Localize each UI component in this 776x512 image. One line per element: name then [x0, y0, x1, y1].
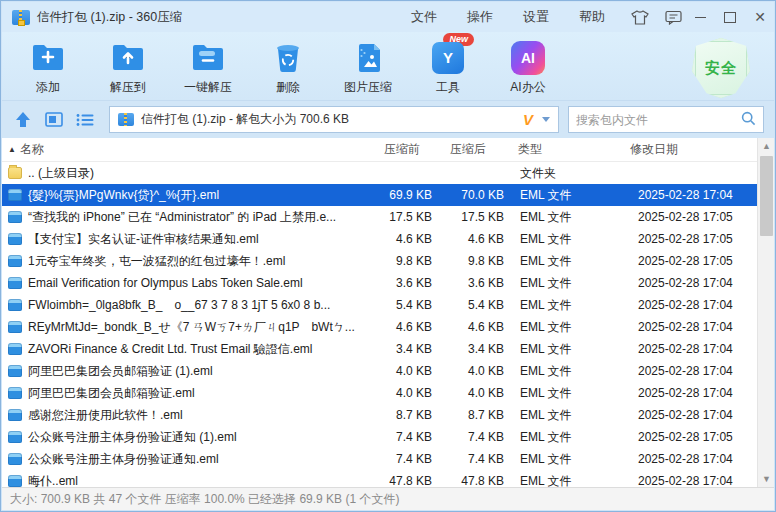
- address-bar: 信件打包 (1).zip - 解包大小为 700.6 KB V: [2, 100, 774, 138]
- modified-date: 2025-02-28 17:04: [626, 474, 757, 487]
- modified-date: 2025-02-28 17:04: [626, 386, 757, 400]
- trash-icon: [274, 39, 302, 76]
- size-after: 7.4 KB: [446, 430, 514, 444]
- ai-icon: AI: [511, 39, 545, 76]
- scrollbar-thumb[interactable]: [760, 156, 773, 236]
- menu-settings[interactable]: 设置: [523, 8, 549, 26]
- delete-button[interactable]: 删除: [248, 36, 328, 96]
- zip-file-icon: [118, 113, 134, 126]
- folder-icon: [8, 167, 22, 179]
- file-name: 1元夺宝年终奖，屯一波猛烈的红包过壕年！.eml: [28, 253, 285, 270]
- vertical-scrollbar[interactable]: ▲ ▼: [757, 138, 774, 487]
- theme-skin-icon[interactable]: [631, 10, 649, 25]
- table-row[interactable]: 1元夺宝年终奖，屯一波猛烈的红包过壕年！.eml 9.8 KB 9.8 KB E…: [2, 250, 757, 272]
- table-row[interactable]: {髮}%{票}MPgWnkv{贷}^_%{开}.eml 69.9 KB 70.0…: [2, 184, 757, 206]
- mail-icon: [8, 299, 22, 311]
- table-row[interactable]: 阿里巴巴集团会员邮箱验证 (1).eml 4.0 KB 4.0 KB EML 文…: [2, 360, 757, 382]
- size-after: 3.6 KB: [446, 276, 514, 290]
- one-click-extract-button[interactable]: 一键解压: [168, 36, 248, 96]
- extract-to-button[interactable]: 解压到: [88, 36, 168, 96]
- file-type: EML 文件: [514, 253, 626, 270]
- modified-date: 2025-02-28 17:05: [626, 210, 757, 224]
- size-before: 3.6 KB: [380, 276, 446, 290]
- archive-path-text: 信件打包 (1).zip - 解包大小为 700.6 KB: [141, 111, 516, 128]
- file-type: EML 文件: [514, 363, 626, 380]
- file-type: EML 文件: [514, 319, 626, 336]
- mail-icon: [8, 343, 22, 355]
- mail-icon: [8, 387, 22, 399]
- ai-office-button[interactable]: AI AI办公: [488, 36, 568, 96]
- menu-help[interactable]: 帮助: [579, 8, 605, 26]
- column-header-date[interactable]: 修改日期: [626, 141, 757, 158]
- list-view-icon[interactable]: [74, 109, 96, 131]
- table-row[interactable]: “查找我的 iPhone” 已在 “Administrator” 的 iPad …: [2, 206, 757, 228]
- maximize-button[interactable]: [722, 9, 738, 25]
- modified-date: 2025-02-28 17:04: [626, 342, 757, 356]
- size-before: 47.8 KB: [380, 474, 446, 487]
- tools-button[interactable]: New 工具: [408, 36, 488, 96]
- search-icon[interactable]: [741, 111, 756, 129]
- table-row[interactable]: 公众账号注册主体身份验证通知 (1).eml 7.4 KB 7.4 KB EML…: [2, 426, 757, 448]
- size-after: 70.0 KB: [446, 188, 514, 202]
- scroll-up-icon[interactable]: ▲: [758, 138, 774, 154]
- table-row[interactable]: 阿里巴巴集团会员邮箱验证.eml 4.0 KB 4.0 KB EML 文件 20…: [2, 382, 757, 404]
- archive-path-combobox[interactable]: 信件打包 (1).zip - 解包大小为 700.6 KB V: [109, 106, 559, 133]
- modified-date: 2025-02-28 17:04: [626, 320, 757, 334]
- table-row[interactable]: FWloimbh=_0lga8bfk_B_ o__67 3 7 8 3 1jT …: [2, 294, 757, 316]
- file-name: 阿里巴巴集团会员邮箱验证.eml: [28, 385, 195, 402]
- table-row[interactable]: 【支付宝】实名认证-证件审核结果通知.eml 4.6 KB 4.6 KB EML…: [2, 228, 757, 250]
- column-header-size-after[interactable]: 压缩后: [446, 141, 514, 158]
- image-compress-button[interactable]: 图片压缩: [328, 36, 408, 96]
- table-row[interactable]: .. (上级目录) 文件夹: [2, 162, 757, 184]
- app-window: 信件打包 (1).zip - 360压缩 文件 操作 设置 帮助: [0, 0, 776, 512]
- table-header: ▲ 名称 压缩前 压缩后 类型 修改日期: [2, 138, 757, 162]
- column-header-size-before[interactable]: 压缩前: [380, 141, 446, 158]
- modified-date: 2025-02-28 17:05: [626, 232, 757, 246]
- modified-date: 2025-02-28 17:04: [626, 188, 757, 202]
- mail-icon: [8, 189, 22, 201]
- mail-icon: [8, 431, 22, 443]
- view-mode-icon[interactable]: [43, 109, 65, 131]
- folder-add-icon: [31, 39, 65, 76]
- scroll-down-icon[interactable]: ▼: [758, 471, 774, 487]
- file-name: Email Verification for Olympus Labs Toke…: [28, 276, 303, 290]
- size-after: 5.4 KB: [446, 298, 514, 312]
- file-type: EML 文件: [514, 297, 626, 314]
- mail-icon: [8, 233, 22, 245]
- size-after: 3.4 KB: [446, 342, 514, 356]
- safety-shield-badge[interactable]: 安全: [692, 38, 750, 98]
- size-after: 47.8 KB: [446, 474, 514, 487]
- menu-file[interactable]: 文件: [411, 8, 437, 26]
- vip-mark[interactable]: V: [523, 111, 533, 128]
- size-before: 4.0 KB: [380, 386, 446, 400]
- safety-label: 安全: [705, 59, 737, 78]
- size-after: 17.5 KB: [446, 210, 514, 224]
- menu-operation[interactable]: 操作: [467, 8, 493, 26]
- file-name: 感谢您注册使用此软件！.eml: [28, 407, 183, 424]
- close-button[interactable]: ✕: [752, 9, 768, 25]
- table-row[interactable]: 感谢您注册使用此软件！.eml 8.7 KB 8.7 KB EML 文件 202…: [2, 404, 757, 426]
- feedback-icon[interactable]: [665, 10, 682, 25]
- size-before: 3.4 KB: [380, 342, 446, 356]
- column-header-type[interactable]: 类型: [514, 141, 626, 158]
- file-type: EML 文件: [514, 187, 626, 204]
- table-row[interactable]: REyMrMtJd=_bondk_B_せ《7 ㄢWㄎ7+ㄌ厂ㄐq1P bWtㄅ.…: [2, 316, 757, 338]
- file-name: .. (上级目录): [28, 165, 94, 182]
- file-type: EML 文件: [514, 407, 626, 424]
- up-level-icon[interactable]: [12, 109, 34, 131]
- table-row[interactable]: 晦仆..eml 47.8 KB 47.8 KB EML 文件 2025-02-2…: [2, 470, 757, 487]
- minimize-button[interactable]: [692, 9, 708, 25]
- image-compress-icon: [354, 39, 382, 76]
- file-name: 公众账号注册主体身份验证通知.eml: [28, 451, 219, 468]
- status-summary: 大小: 700.9 KB 共 47 个文件 压缩率 100.0% 已经选择 69…: [10, 491, 399, 508]
- table-row[interactable]: Email Verification for Olympus Labs Toke…: [2, 272, 757, 294]
- search-input[interactable]: [576, 113, 735, 127]
- column-header-name[interactable]: ▲ 名称: [2, 141, 380, 158]
- combobox-dropdown-icon[interactable]: [542, 117, 550, 122]
- table-row[interactable]: 公众账号注册主体身份验证通知.eml 7.4 KB 7.4 KB EML 文件 …: [2, 448, 757, 470]
- sort-ascending-icon: ▲: [8, 145, 16, 154]
- table-row[interactable]: ZAVORi Finance & Credit Ltd. Trust Email…: [2, 338, 757, 360]
- modified-date: 2025-02-28 17:04: [626, 364, 757, 378]
- window-title: 信件打包 (1).zip - 360压缩: [37, 9, 182, 26]
- add-button[interactable]: 添加: [8, 36, 88, 96]
